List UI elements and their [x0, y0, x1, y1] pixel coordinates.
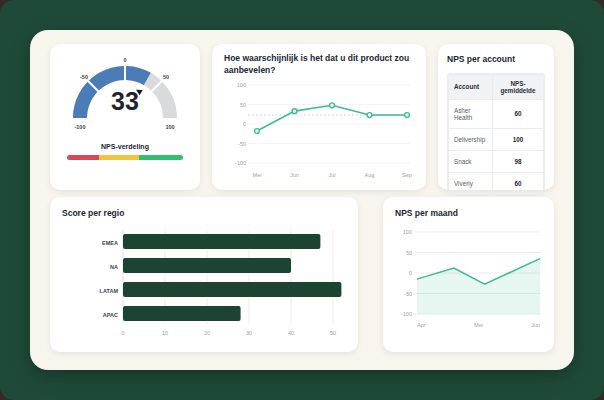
- y-tick-label: 100: [237, 82, 246, 88]
- likelihood-line-chart: 100500-50-100MeiJunJulAugSep: [224, 79, 414, 183]
- table-row: Asher Health60: [449, 99, 544, 128]
- bar-na: [123, 258, 291, 273]
- bar-latam: [123, 282, 341, 297]
- nps-gauge-footer-label: NPS-verdeling: [62, 143, 188, 150]
- likelihood-card: Hoe waarschijnlijk is het dat u dit prod…: [212, 44, 426, 190]
- legend-segment-detractors: [67, 155, 99, 160]
- x-tick-label: Mei: [474, 322, 483, 328]
- category-label: LATAM: [100, 287, 119, 293]
- legend-segment-promoters: [139, 155, 183, 160]
- category-label: EMEA: [102, 239, 118, 245]
- bar-apac: [123, 306, 241, 321]
- nps-gauge-chart: -100-5005010033: [62, 50, 188, 134]
- x-tick-label: 20: [204, 330, 210, 336]
- monthly-nps-title: NPS per maand: [395, 208, 542, 220]
- y-tick-label: 0: [409, 270, 412, 276]
- x-tick-label: 50: [330, 330, 336, 336]
- x-tick-label: Jun: [290, 172, 299, 178]
- region-score-card: Score per regio 01020304050EMEANALATAMAP…: [50, 197, 358, 352]
- dashboard-screen: -100-5005010033 NPS-verdeling Hoe waarsc…: [0, 0, 604, 400]
- category-label: NA: [110, 263, 118, 269]
- gauge-value-text: 33: [111, 87, 139, 115]
- gauge-tick-label: 0: [123, 57, 126, 63]
- x-tick-label: Jul: [328, 172, 335, 178]
- x-tick-label: 40: [288, 330, 294, 336]
- gauge-tick-label: 100: [165, 124, 174, 130]
- gauge-tick-label: -50: [80, 74, 88, 80]
- table-header-nps: NPS-gemiddelde: [492, 74, 543, 99]
- x-tick-label: Apr: [417, 322, 426, 328]
- nps-value-cell: 60: [492, 99, 543, 128]
- account-table-card: NPS per account AccountNPS-gemiddeldeAsh…: [438, 44, 554, 190]
- dashboard-panel: -100-5005010033 NPS-verdeling Hoe waarsc…: [30, 30, 574, 370]
- y-tick-label: -50: [404, 290, 412, 296]
- region-bar-chart: 01020304050EMEANALATAMAPAC: [62, 228, 346, 340]
- nps-gauge-card: -100-5005010033 NPS-verdeling: [50, 44, 200, 190]
- data-point-marker: [405, 112, 410, 117]
- nps-value-cell: 98: [492, 150, 543, 172]
- legend-segment-passives: [99, 155, 138, 160]
- line-series: [257, 105, 407, 131]
- x-tick-label: Jun: [531, 322, 540, 328]
- account-table: AccountNPS-gemiddeldeAsher Health60Deliv…: [448, 74, 544, 195]
- monthly-nps-card: NPS per maand 100500-50-100AprMeiJun: [383, 197, 554, 352]
- y-tick-label: -100: [401, 311, 412, 317]
- account-table-wrapper: AccountNPS-gemiddeldeAsher Health60Deliv…: [447, 73, 545, 196]
- y-tick-label: -50: [238, 140, 246, 146]
- likelihood-card-title: Hoe waarschijnlijk is het dat u dit prod…: [224, 53, 414, 77]
- y-tick-label: -100: [235, 160, 246, 166]
- x-tick-label: 0: [121, 330, 124, 336]
- bar-emea: [123, 234, 320, 249]
- x-tick-label: Sep: [402, 172, 412, 178]
- monthly-area-chart: 100500-50-100AprMeiJun: [395, 226, 542, 338]
- account-table-title: NPS per account: [447, 54, 545, 66]
- table-header-account: Account: [449, 74, 493, 99]
- account-name-cell: Asher Health: [449, 99, 493, 128]
- data-point-marker: [255, 128, 260, 133]
- y-tick-label: 0: [243, 121, 246, 127]
- data-point-marker: [330, 103, 335, 108]
- gauge-tick-label: 50: [163, 74, 169, 80]
- y-tick-label: 50: [406, 249, 412, 255]
- data-point-marker: [292, 109, 297, 114]
- y-tick-label: 100: [403, 229, 412, 235]
- region-score-title: Score per regio: [62, 208, 346, 220]
- nps-value-cell: 100: [492, 128, 543, 150]
- x-tick-label: 30: [246, 330, 252, 336]
- nps-color-legend: [67, 155, 183, 160]
- table-row: Snack98: [449, 150, 544, 172]
- table-row: Delivership100: [449, 128, 544, 150]
- table-row: Viverly60: [449, 172, 544, 194]
- table-header-row: AccountNPS-gemiddelde: [449, 74, 544, 99]
- data-point-marker: [367, 112, 372, 117]
- account-name-cell: Snack: [449, 150, 493, 172]
- x-tick-label: 10: [162, 330, 168, 336]
- nps-value-cell: 60: [492, 172, 543, 194]
- gauge-tick-label: -100: [74, 124, 85, 130]
- account-name-cell: Delivership: [449, 128, 493, 150]
- category-label: APAC: [103, 311, 118, 317]
- x-tick-label: Mei: [253, 172, 262, 178]
- account-name-cell: Viverly: [449, 172, 493, 194]
- y-tick-label: 50: [240, 101, 246, 107]
- x-tick-label: Aug: [365, 172, 375, 178]
